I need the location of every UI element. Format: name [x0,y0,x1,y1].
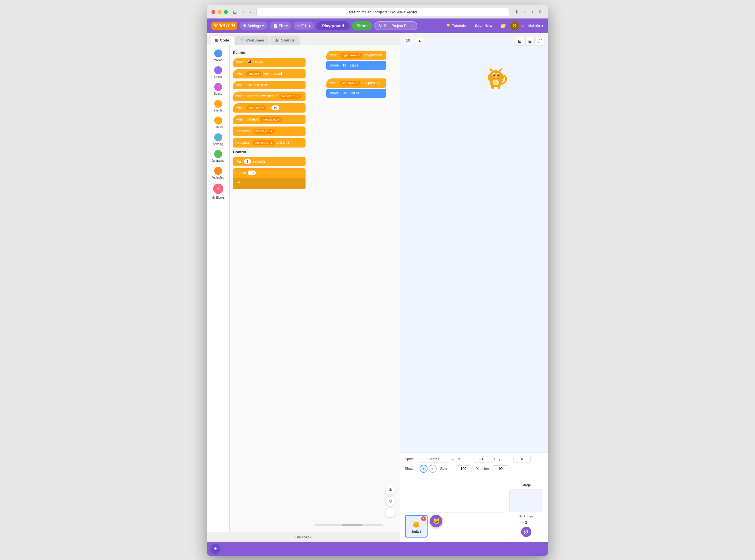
left-arrow-key-dropdown[interactable]: left arrow ▾ [340,81,360,85]
sidebar-item-variables[interactable]: Variables [207,165,229,181]
download-btn[interactable]: ⬇ [513,8,520,16]
my-blocks-btn[interactable]: + [210,544,220,554]
sidebar-toggle-btn[interactable]: ⊞ [231,8,238,16]
key-dropdown[interactable]: space ▾ [246,71,262,76]
sidebar-item-events[interactable]: Events [207,98,229,114]
user-avatar-img: 🐱 [510,21,519,31]
block-when-flag-clicked[interactable]: when 🏁 clicked [233,58,306,67]
fullscreen-btn[interactable]: ⛶ [536,37,545,46]
block-broadcast[interactable]: broadcast message1 ▾ [233,126,306,136]
see-project-btn[interactable]: ↻ See Project Page [374,21,417,30]
back-btn[interactable]: ‹ [241,8,246,16]
sidebar-item-control[interactable]: Control [207,114,229,131]
show-visible-btn[interactable]: 👁 [420,465,428,473]
sprite-name-input[interactable] [420,456,448,462]
new-tab-btn[interactable]: + [529,8,535,16]
sprite-thumbnail [410,519,422,530]
y-arrow-icon: ↕ [493,457,495,461]
sprite-delete-btn[interactable]: ✕ [421,516,426,521]
broadcast-wait-msg-dropdown[interactable]: message1 ▾ [253,140,275,145]
my-blocks-add-btn[interactable]: + [213,184,223,194]
script-scroll-thumb[interactable] [342,524,363,526]
block-when-key-pressed[interactable]: when space ▾ key pressed [233,69,306,78]
y-input[interactable] [514,456,530,462]
message-dropdown[interactable]: message1 ▾ [260,117,282,122]
tutorials-btn[interactable]: 💡 Tutorials [443,22,469,29]
large-stage-btn[interactable]: ⊟ [525,37,535,46]
file-chevron-icon: ▾ [286,24,288,28]
loudness-value[interactable]: 10 [271,105,279,110]
minimize-traffic-light[interactable] [218,10,221,14]
file-btn[interactable]: 📄 File ▾ [270,22,291,29]
zoom-in-btn[interactable]: ⊕ [385,485,395,495]
edit-btn[interactable]: ✏ Edit ▾ [294,22,314,29]
sound-dot [214,83,222,91]
user-menu[interactable]: 🐱 scornfultofu ▾ [510,21,544,31]
backpack-bar[interactable]: Backpack [207,532,400,542]
add-sprite-btn[interactable]: 🐱 [430,515,442,527]
block-when-loudness[interactable]: when loudness ▾ > 10 [233,103,306,113]
zoom-reset-btn[interactable]: = [385,507,395,518]
tab-sounds[interactable]: 🔊 Sounds [270,36,299,45]
sidebar-item-sensing[interactable]: Sensing [207,131,229,148]
green-flag-btn[interactable]: 🏁 [404,37,413,46]
stop-btn[interactable]: ● [415,37,424,46]
broadcast-msg-dropdown[interactable]: message1 ▾ [253,129,275,134]
share-btn[interactable]: Share [352,21,372,31]
svg-point-29 [417,524,417,524]
tab-code[interactable]: ⊞ Code [210,36,234,45]
small-stage-btn[interactable]: ⊡ [515,37,524,46]
address-bar[interactable]: scratch.mit.edu/projects/882149631/edito… [256,8,510,16]
zoom-out-btn[interactable]: ⊖ [385,496,395,506]
close-traffic-light[interactable] [211,10,215,14]
forward-btn[interactable]: › [248,8,253,16]
tab-costumes[interactable]: 👕 Costumes [235,36,269,45]
block-when-receive[interactable]: when I receive message1 ▾ [233,115,306,124]
list-item[interactable]: ✕ Sprite1 [405,515,428,538]
block-when-sprite-clicked[interactable]: when this sprite clicked [233,81,306,89]
settings-btn[interactable]: ⚙ Settings ▾ [239,22,267,29]
svg-rect-20 [491,85,494,89]
block-broadcast-wait[interactable]: broadcast message1 ▾ and wait [233,138,306,147]
edit-icon: ✏ [297,24,300,28]
playground-btn[interactable]: Playground [316,21,350,31]
sensor-dropdown[interactable]: loudness ▾ [246,105,266,110]
script-area[interactable]: when right arrow ▾ key pressed move 10 s… [309,45,400,532]
sidebar-item-motion[interactable]: Motion [207,47,229,64]
sidebar-item-my-blocks[interactable]: + My Blocks [207,181,229,202]
x-input[interactable] [473,456,490,462]
script-block-left-arrow-trigger[interactable]: when left arrow ▾ key pressed [326,78,386,88]
repeat-value[interactable]: 10 [248,171,256,175]
script-scrollbar[interactable] [315,524,383,526]
block-wait-seconds[interactable]: wait 1 seconds [233,157,306,166]
move-left-value[interactable]: -10 [340,91,349,96]
script-block-right-arrow-trigger[interactable]: when right arrow ▾ key pressed [326,51,386,60]
windows-btn[interactable]: ⧉ [537,8,544,16]
browser-window: ⊞ ‹ › scratch.mit.edu/projects/882149631… [207,4,548,556]
sidebar-item-looks[interactable]: Looks [207,64,229,81]
stage-thumbnail[interactable] [509,489,543,512]
share-browser-btn[interactable]: ↑ [522,8,528,16]
save-now-btn[interactable]: Save Now [471,22,496,29]
folder-btn[interactable]: 📁 [498,21,508,31]
direction-input[interactable] [492,465,509,472]
variables-label: Variables [212,176,224,179]
sidebar-item-operators[interactable]: Operators [207,148,229,165]
move-right-value[interactable]: 10 [340,63,348,68]
right-panel: 🏁 ● ⊡ ⊟ ⛶ [400,33,548,542]
sidebar-item-sound[interactable]: Sound [207,81,229,98]
file-label: File [279,24,285,28]
zoom-controls: ⊕ ⊖ = [385,485,395,518]
size-input[interactable] [455,465,472,472]
wait-value[interactable]: 1 [244,159,251,164]
block-repeat[interactable]: repeat 10 ↩ [233,168,306,189]
right-arrow-key-dropdown[interactable]: right arrow ▾ [340,53,362,58]
show-hidden-btn[interactable]: 👁 [429,465,437,473]
add-backdrop-btn[interactable]: 🖼 [521,527,531,537]
block-when-backdrop[interactable]: when backdrop switches to backdrop1 ▾ [233,92,306,101]
script-block-move-left[interactable]: move -10 steps [326,89,386,98]
backdrop-dropdown[interactable]: backdrop1 ▾ [279,94,301,99]
svg-point-11 [498,75,499,75]
script-block-move-right[interactable]: move 10 steps [326,61,386,70]
maximize-traffic-light[interactable] [224,10,228,14]
